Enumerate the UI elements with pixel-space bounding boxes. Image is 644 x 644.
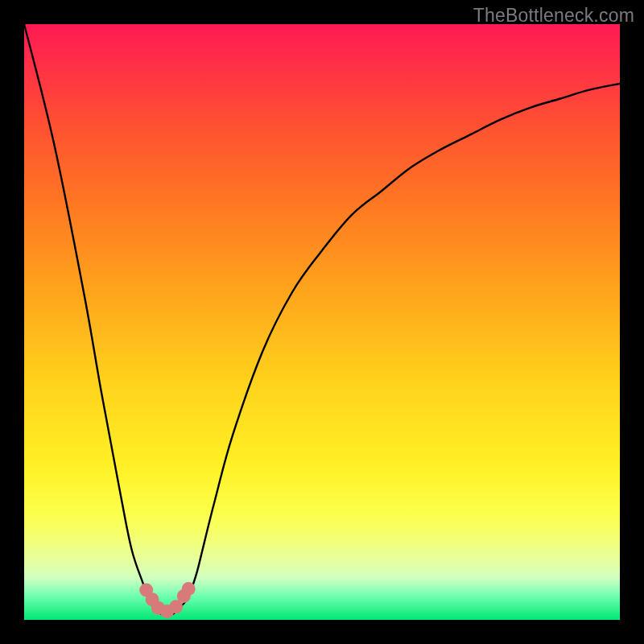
bottleneck-curve bbox=[24, 24, 620, 614]
plot-area bbox=[24, 24, 620, 620]
chart-frame: TheBottleneck.com bbox=[0, 0, 644, 644]
curve-layer bbox=[24, 24, 620, 620]
highlight-dots bbox=[139, 582, 196, 618]
watermark-text: TheBottleneck.com bbox=[473, 5, 634, 27]
highlight-dot bbox=[182, 582, 196, 596]
